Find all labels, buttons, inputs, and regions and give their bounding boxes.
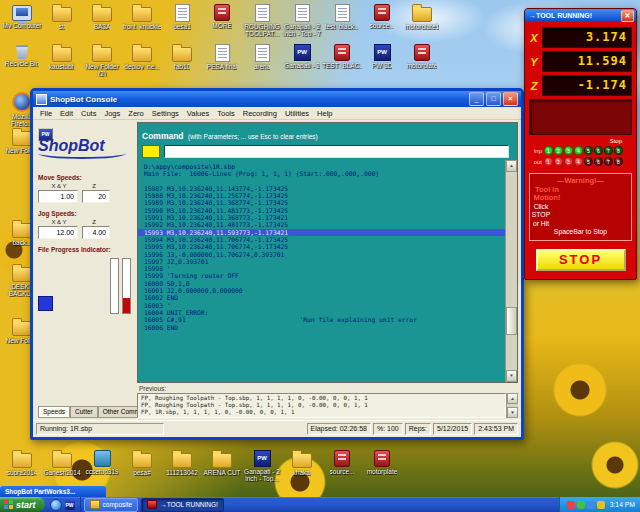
- desktop-icon-motorplate[interactable]: motorplate: [362, 450, 402, 482]
- console-titlebar[interactable]: ShopBot Console _ □ ✕: [33, 91, 521, 107]
- move-z-input[interactable]: 20: [82, 190, 110, 203]
- panel-close-button[interactable]: ✕: [621, 10, 634, 22]
- desktop-icon-label: back...: [12, 239, 31, 246]
- desktop-icon-pesa-final[interactable]: PESA final: [202, 44, 242, 77]
- desktop-icon-test-blac-[interactable]: TEST_BLAC...: [322, 44, 362, 77]
- desktop-icon-111213042[interactable]: 111213042: [162, 450, 202, 482]
- desktop-icon-ganesh2014[interactable]: Ganesh2014: [42, 450, 82, 482]
- desktop-icon-deploy-ne-[interactable]: deploy_ne...: [122, 44, 162, 77]
- panel-titlebar[interactable]: →TOOL RUNNING! ✕: [525, 9, 636, 22]
- scroll-up-icon[interactable]: ▲: [506, 160, 517, 172]
- app-icon: [94, 450, 111, 467]
- jog-speeds-label: Jog Speeds:: [38, 210, 134, 217]
- tray-icons: [567, 501, 605, 509]
- menu-zero[interactable]: Zero: [124, 109, 147, 118]
- command-input[interactable]: [164, 145, 509, 158]
- tab-speeds[interactable]: Speeds: [38, 406, 70, 418]
- previous-scrollbar[interactable]: ▲ ▼: [506, 393, 518, 418]
- scroll-track[interactable]: [506, 172, 517, 370]
- previous-line[interactable]: FP, Roughing Toolpath - Top.sbp, 1, 1, 1…: [141, 395, 502, 402]
- ie-quicklaunch-icon[interactable]: [50, 499, 62, 511]
- tray-icon[interactable]: [587, 501, 595, 509]
- axis-row-y: Y11.594: [529, 51, 632, 72]
- minimize-button[interactable]: _: [469, 92, 484, 106]
- desktop-icon-motorplate[interactable]: motorplate: [402, 44, 442, 77]
- io-led-inp-6: 6: [594, 146, 603, 155]
- desktop-icon-motorplate1[interactable]: motorplate1: [402, 4, 442, 37]
- tray-icon[interactable]: [597, 501, 605, 509]
- close-button[interactable]: ✕: [503, 92, 518, 106]
- console-left-panel: PW ShopBot Move Speeds: X & Y Z 1.00 20: [33, 120, 137, 420]
- task--tool-running-[interactable]: →TOOL RUNNING!: [141, 498, 224, 512]
- desktop-icon-ganapati-2-inch-top-7[interactable]: Ganapati - 2 inch - Top - 7: [282, 4, 322, 37]
- menu-recording[interactable]: Recording: [239, 109, 281, 118]
- stop-button[interactable]: STOP: [536, 249, 626, 271]
- desktop-icon-label: motorplate: [367, 468, 398, 475]
- jog-z-input[interactable]: 4.00: [82, 226, 110, 239]
- desktop-icon-pw-3d[interactable]: PW 3D: [362, 44, 402, 77]
- desktop-icon-pesa-[interactable]: pesa#: [122, 450, 162, 482]
- desktop-icon-arena-cut[interactable]: ARENA CUT: [202, 450, 242, 482]
- scroll-down-icon[interactable]: ▼: [507, 407, 518, 418]
- menu-values[interactable]: Values: [183, 109, 213, 118]
- scroll-up-icon[interactable]: ▲: [507, 393, 518, 404]
- desktop-icon-ganapati-2[interactable]: Ganapati - 2: [282, 44, 322, 77]
- desktop-icon-test-black-[interactable]: test_black...: [322, 4, 362, 37]
- previous-commands-list[interactable]: FP, Roughing Toolpath - Top.sbp, 1, 1, 1…: [137, 393, 506, 418]
- desktop-icon-ganapati-2-inch-top-[interactable]: Ganapati - 2 inch - Top...: [242, 450, 282, 482]
- desktop-icon-roughing-toolpat-[interactable]: ROUGHING TOOLPAT...: [242, 4, 282, 37]
- scroll-down-icon[interactable]: ▼: [506, 370, 517, 382]
- desktop-icon-more[interactable]: MORE: [202, 4, 242, 37]
- menu-tools[interactable]: Tools: [213, 109, 239, 118]
- partworks-window-sliver[interactable]: ShopBot PartWorks3...: [0, 486, 106, 497]
- desktop-icon-stl[interactable]: stl: [42, 4, 82, 37]
- folder-icon: [52, 47, 72, 62]
- start-button[interactable]: start: [0, 497, 45, 512]
- desktop-icon-arena[interactable]: arena: [242, 44, 282, 77]
- desktop-icon-new-folder-2-[interactable]: New Folder (2): [82, 44, 122, 77]
- output-scrollbar[interactable]: ▲ ▼: [505, 160, 517, 382]
- desktop-icon-my-computer[interactable]: My Computer: [2, 4, 42, 37]
- desktop-icon-khakal[interactable]: khakal: [282, 450, 322, 482]
- tray-icon[interactable]: [567, 501, 575, 509]
- menu-edit[interactable]: Edit: [56, 109, 77, 118]
- pw-quicklaunch-icon[interactable]: PW: [65, 500, 75, 510]
- desktop-icon-fab10[interactable]: fab10: [162, 44, 202, 77]
- desktop-icon-label: source...: [330, 468, 355, 475]
- desktop-icon-kaustubh[interactable]: kaustubh: [42, 44, 82, 77]
- menu-jogs[interactable]: Jogs: [100, 109, 124, 118]
- command-header: Command (with Parameters; ... use Esc to…: [138, 123, 517, 144]
- console-output[interactable]: D:\appy\composite\1R.sbpMain File: 16006…: [138, 160, 505, 382]
- doc-icon: [295, 4, 310, 22]
- desktop-icon-recycle-bin[interactable]: Recycle Bin: [2, 44, 42, 77]
- scroll-thumb[interactable]: [506, 307, 517, 335]
- desktop-icon-pesa1[interactable]: pesa1: [162, 4, 202, 37]
- tray-icon[interactable]: [577, 501, 585, 509]
- taskbar: start PW composite→TOOL RUNNING! 3:14 PM: [0, 497, 640, 512]
- maximize-button[interactable]: □: [486, 92, 501, 106]
- menu-help[interactable]: Help: [313, 109, 336, 118]
- console-line: 16005 C#,91 'Run file explaining unit er…: [144, 316, 505, 323]
- menu-file[interactable]: File: [36, 109, 56, 118]
- axis-label-z: Z: [529, 80, 539, 92]
- previous-line[interactable]: FP, 1R.sbp, 1, 1, 1, 1, 0, -0.00, 0, 0, …: [141, 409, 502, 416]
- menu-utilities[interactable]: Utilities: [281, 109, 313, 118]
- task-composite[interactable]: composite: [84, 498, 139, 512]
- menu-cuts[interactable]: Cuts: [77, 109, 100, 118]
- desktop-icon-supra2014[interactable]: supra2014: [2, 450, 42, 482]
- desktop-icon-source-[interactable]: source...: [322, 450, 362, 482]
- desktop-icon-ba3a[interactable]: BA3A: [82, 4, 122, 37]
- desktop-icon-source-[interactable]: source...: [362, 4, 402, 37]
- io-led-out-5: 5: [584, 157, 593, 166]
- console-line: 16004 UNIT_ERROR:: [144, 309, 505, 316]
- progress-marker: [38, 296, 53, 311]
- io-led-inp-2: 2: [554, 146, 563, 155]
- move-xy-input[interactable]: 1.00: [38, 190, 78, 203]
- menu-settings[interactable]: Settings: [148, 109, 183, 118]
- jog-xy-input[interactable]: 12.00: [38, 226, 78, 239]
- desktop-icon-ccsetup319[interactable]: ccsetup319: [82, 450, 122, 482]
- previous-line[interactable]: FP, Roughing Toolpath - Top.sbp, 1, 1, 1…: [141, 402, 502, 409]
- desktop-icon-label: BA3A: [94, 23, 111, 30]
- tab-cutter[interactable]: Cutter: [70, 406, 98, 418]
- desktop-icon-front-knuckle[interactable]: front_knuckle: [122, 4, 162, 37]
